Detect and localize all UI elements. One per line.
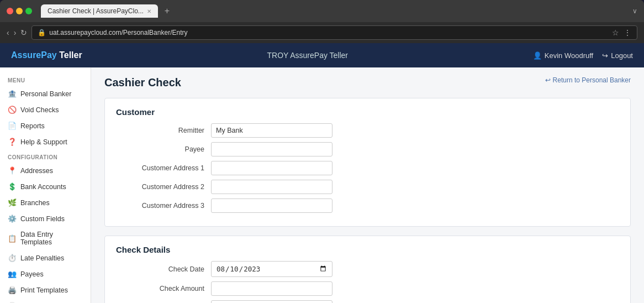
browser-overflow: ∨ xyxy=(632,7,637,15)
user-icon: 👤 xyxy=(533,51,542,60)
begin-check-row: Begin Check # xyxy=(116,300,619,303)
address3-row: Customer Address 3 xyxy=(116,198,619,213)
browser-tab[interactable]: Cashier Check | AssurePayClo... ✕ xyxy=(41,4,158,18)
address1-row: Customer Address 1 xyxy=(116,161,619,175)
address3-label: Customer Address 3 xyxy=(116,202,204,210)
sidebar-item-addresses[interactable]: 📍 Addresses xyxy=(0,163,91,179)
address2-label: Customer Address 2 xyxy=(116,183,204,191)
sidebar-item-print-templates[interactable]: 🖨️ Print Templates xyxy=(0,282,91,298)
sidebar-item-printers[interactable]: 🖨️ Printers xyxy=(0,298,91,303)
return-link[interactable]: ↩ Return to Personal Banker xyxy=(545,76,631,84)
remitter-input[interactable] xyxy=(211,123,332,138)
sidebar-item-data-entry-templates[interactable]: 📋 Data Entry Templates xyxy=(0,227,91,250)
sidebar-item-personal-banker[interactable]: 🏦 Personal Banker xyxy=(0,86,91,102)
check-details-title: Check Details xyxy=(116,245,619,254)
logout-icon: ↪ xyxy=(602,51,608,60)
address3-input[interactable] xyxy=(211,198,332,213)
logout-button[interactable]: ↪ Logout xyxy=(602,51,633,60)
browser-titlebar: Cashier Check | AssurePayClo... ✕ + ∨ xyxy=(0,0,644,22)
sidebar-item-custom-fields[interactable]: ⚙️ Custom Fields xyxy=(0,211,91,227)
new-tab-button[interactable]: + xyxy=(162,6,172,16)
app-title: TROY AssurePay Teller xyxy=(267,51,348,60)
address1-input[interactable] xyxy=(211,161,332,175)
payee-row: Payee xyxy=(116,142,619,156)
payee-input[interactable] xyxy=(211,142,332,156)
menu-section-label: MENU xyxy=(0,73,91,86)
back-button[interactable]: ‹ xyxy=(7,28,9,37)
custom-fields-icon: ⚙️ xyxy=(8,215,17,223)
tab-close-icon[interactable]: ✕ xyxy=(147,8,151,14)
main-content: Cashier Check ↩ Return to Personal Banke… xyxy=(91,67,644,303)
bank-icon: 🏦 xyxy=(8,90,17,98)
bank-accounts-icon: 💲 xyxy=(8,182,17,191)
sidebar-label-print-templates: Print Templates xyxy=(20,286,68,294)
check-amount-row: Check Amount xyxy=(116,281,619,296)
user-info: 👤 Kevin Woodruff xyxy=(533,51,593,60)
address2-input[interactable] xyxy=(211,180,332,194)
remitter-label: Remitter xyxy=(116,127,204,134)
refresh-button[interactable]: ↻ xyxy=(20,28,27,37)
page-title: Cashier Check xyxy=(104,76,181,89)
sidebar-label-late-penalties: Late Penalties xyxy=(20,254,64,262)
void-icon: 🚫 xyxy=(8,106,17,114)
customer-section-title: Customer xyxy=(116,107,619,117)
address2-row: Customer Address 2 xyxy=(116,180,619,194)
close-dot[interactable] xyxy=(7,8,13,14)
sidebar-item-reports[interactable]: 📄 Reports xyxy=(0,118,91,134)
brand: AssurePay Teller xyxy=(11,50,82,60)
sidebar-item-help[interactable]: ❓ Help & Support xyxy=(0,134,91,150)
maximize-dot[interactable] xyxy=(25,8,32,14)
minimize-dot[interactable] xyxy=(16,8,23,14)
sidebar-label-addresses: Addresses xyxy=(20,167,53,175)
remitter-row: Remitter xyxy=(116,123,619,138)
addresses-icon: 📍 xyxy=(8,166,17,175)
address-bar-row: ‹ › ↻ 🔒 uat.assurepaycloud.com/PersonalB… xyxy=(0,22,644,43)
sidebar-item-void-checks[interactable]: 🚫 Void Checks xyxy=(0,102,91,118)
url-bar[interactable]: 🔒 uat.assurepaycloud.com/PersonalBanker/… xyxy=(31,25,637,40)
payees-icon: 👥 xyxy=(8,270,17,278)
check-amount-label: Check Amount xyxy=(116,285,204,292)
logout-label: Logout xyxy=(611,51,633,60)
sidebar-item-bank-accounts[interactable]: 💲 Bank Accounts xyxy=(0,179,91,195)
bookmark-icon[interactable]: ☆ xyxy=(612,28,619,37)
brand-assure: AssurePay xyxy=(11,50,57,60)
check-details-section: Check Details Check Date Check Amount Be… xyxy=(104,236,631,303)
check-date-label: Check Date xyxy=(116,265,204,273)
begin-check-input[interactable] xyxy=(211,300,332,303)
more-icon[interactable]: ⋮ xyxy=(624,28,631,37)
payee-label: Payee xyxy=(116,145,204,153)
check-amount-input[interactable] xyxy=(211,281,332,296)
sidebar-label-void-checks: Void Checks xyxy=(20,106,59,114)
lock-icon: 🔒 xyxy=(38,29,46,36)
customer-section: Customer Remitter Payee Customer Address… xyxy=(104,98,631,227)
branches-icon: 🌿 xyxy=(8,198,17,207)
sidebar-label-reports: Reports xyxy=(20,122,45,130)
sidebar-label-data-entry-templates: Data Entry Templates xyxy=(20,231,83,246)
sidebar-item-branches[interactable]: 🌿 Branches xyxy=(0,195,91,211)
reports-icon: 📄 xyxy=(8,122,17,130)
data-entry-icon: 📋 xyxy=(8,234,17,243)
sidebar-label-help: Help & Support xyxy=(20,138,67,146)
sidebar-label-branches: Branches xyxy=(20,199,50,207)
late-penalties-icon: ⏱️ xyxy=(8,254,17,262)
url-text: uat.assurepaycloud.com/PersonalBanker/En… xyxy=(49,29,187,36)
user-name: Kevin Woodruff xyxy=(545,51,593,60)
sidebar: MENU 🏦 Personal Banker 🚫 Void Checks 📄 R… xyxy=(0,67,91,303)
nav-right: 👤 Kevin Woodruff ↪ Logout xyxy=(533,51,633,60)
tab-title: Cashier Check | AssurePayClo... xyxy=(47,7,144,15)
address1-label: Customer Address 1 xyxy=(116,164,204,172)
check-date-input[interactable] xyxy=(211,261,332,277)
config-section-label: CONFIGURATION xyxy=(0,150,91,163)
sidebar-label-personal-banker: Personal Banker xyxy=(20,90,71,98)
sidebar-label-payees: Payees xyxy=(20,270,44,278)
help-icon: ❓ xyxy=(8,138,17,146)
forward-button[interactable]: › xyxy=(14,28,17,37)
sidebar-item-late-penalties[interactable]: ⏱️ Late Penalties xyxy=(0,250,91,266)
print-templates-icon: 🖨️ xyxy=(8,286,17,294)
window-controls xyxy=(7,8,32,14)
check-date-row: Check Date xyxy=(116,261,619,277)
sidebar-label-custom-fields: Custom Fields xyxy=(20,215,65,223)
sidebar-item-payees[interactable]: 👥 Payees xyxy=(0,266,91,282)
brand-teller: Teller xyxy=(57,50,82,60)
top-nav: AssurePay Teller TROY AssurePay Teller 👤… xyxy=(0,43,644,67)
